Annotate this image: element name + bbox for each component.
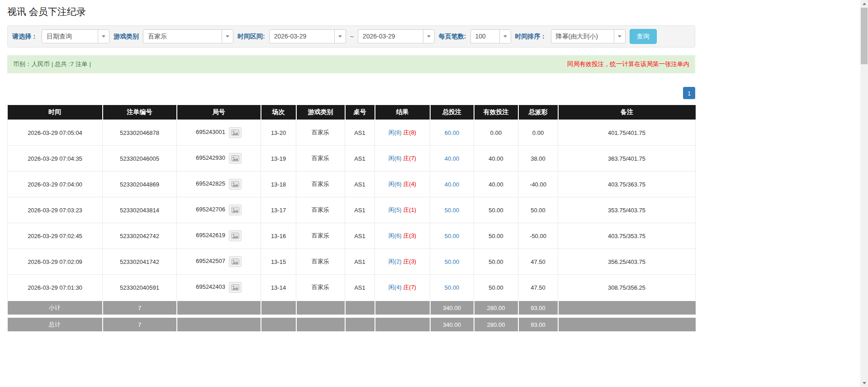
result-banker: 庄(7) (403, 155, 416, 162)
cell-round-no: 695242507 (177, 249, 261, 275)
query-mode-select[interactable]: 日期查询 (42, 29, 109, 43)
subtotal-row: 小计7340.00280.0093.00 (8, 301, 696, 315)
game-type-select[interactable]: 百家乐 (143, 29, 233, 43)
media-icon (231, 258, 239, 265)
summary-empty (296, 317, 345, 331)
chevron-down-icon (222, 30, 233, 43)
scrollbar-thumb[interactable] (861, 8, 868, 64)
page-size-label: 每页笔数: (439, 33, 466, 41)
scroll-up-button[interactable] (860, 0, 868, 8)
cell-time: 2026-03-29 07:02:45 (8, 223, 103, 249)
summary-label: 小计 (8, 301, 103, 315)
cell-note: 403.75/353.75 (558, 223, 696, 249)
cell-table-no: AS1 (345, 249, 375, 275)
table-row: 2026-03-29 07:05:04523302046878695243001… (8, 120, 696, 146)
tilde-separator: ~ (350, 33, 354, 40)
summary-payout: 93.00 (518, 317, 558, 331)
sort-order-select[interactable]: 降幂(由大到小) (551, 29, 626, 43)
result-player: 闲(8) (389, 129, 402, 136)
chevron-down-icon (614, 30, 625, 43)
cell-bet-no: 523302040591 (103, 275, 177, 301)
cell-session: 13-17 (261, 197, 296, 223)
search-button[interactable]: 查询 (630, 29, 657, 44)
total-bet-link[interactable]: 50.00 (445, 233, 460, 239)
round-media-button[interactable] (229, 179, 242, 190)
result-banker: 庄(7) (403, 284, 416, 291)
page-size-select[interactable]: 100 (470, 29, 511, 43)
cell-note: 363.75/401.75 (558, 146, 696, 172)
cell-game-type: 百家乐 (296, 197, 345, 223)
total-bet-link[interactable]: 50.00 (445, 284, 460, 291)
round-media-button[interactable] (229, 127, 242, 138)
col-table-no: 桌号 (345, 105, 375, 120)
media-icon (231, 129, 239, 136)
summary-empty (261, 317, 296, 331)
cell-session: 13-15 (261, 249, 296, 275)
media-icon (231, 233, 239, 239)
game-type-label: 游戏类别 (114, 33, 139, 41)
cell-table-no: AS1 (345, 275, 375, 301)
result-banker: 庄(3) (403, 258, 416, 265)
cell-valid-bet: 0.00 (474, 120, 518, 146)
cell-round-no: 695243001 (177, 120, 261, 146)
cell-note: 308.75/356.25 (558, 275, 696, 301)
cell-round-no: 695242403 (177, 275, 261, 301)
cell-time: 2026-03-29 07:01:30 (8, 275, 103, 301)
date-from-select[interactable]: 2026-03-29 (269, 29, 346, 43)
col-game-type: 游戏类别 (296, 105, 345, 120)
cell-result: 闲(4) 庄(7) (375, 275, 430, 301)
summary-empty (177, 317, 261, 331)
round-media-button[interactable] (229, 153, 242, 164)
cell-valid-bet: 50.00 (474, 197, 518, 223)
round-media-button[interactable] (229, 256, 242, 267)
summary-payout: 93.00 (518, 301, 558, 315)
total-bet-link[interactable]: 40.00 (445, 155, 460, 162)
cell-total-bet: 60.00 (430, 120, 474, 146)
cell-game-type: 百家乐 (296, 223, 345, 249)
cell-game-type: 百家乐 (296, 275, 345, 301)
cell-total-bet: 40.00 (430, 172, 474, 197)
cell-note: 353.75/403.75 (558, 197, 696, 223)
sort-order-value: 降幂(由大到小) (551, 30, 614, 43)
cell-result: 闲(6) 庄(7) (375, 146, 430, 172)
col-valid-bet: 有效投注 (474, 105, 518, 120)
date-to-select[interactable]: 2026-03-29 (358, 29, 435, 43)
cell-payout: 47.50 (518, 249, 558, 275)
round-no-value: 695242825 (196, 180, 225, 187)
total-bet-link[interactable]: 60.00 (445, 129, 460, 136)
table-row: 2026-03-29 07:02:45523302042742695242619… (8, 223, 696, 249)
table-row: 2026-03-29 07:03:23523302043814695242706… (8, 197, 696, 223)
cell-result: 闲(6) 庄(3) (375, 223, 430, 249)
cell-game-type: 百家乐 (296, 120, 345, 146)
round-media-button[interactable] (229, 205, 242, 215)
cell-table-no: AS1 (345, 146, 375, 172)
media-icon (231, 207, 239, 213)
summary-empty (345, 317, 375, 331)
chevron-down-icon (334, 30, 346, 43)
total-bet-link[interactable]: 40.00 (445, 181, 460, 188)
date-from-value: 2026-03-29 (270, 30, 334, 43)
col-session: 场次 (261, 105, 296, 120)
page-size-value: 100 (471, 30, 499, 43)
round-no-value: 695242706 (196, 206, 225, 213)
round-media-button[interactable] (229, 230, 242, 241)
summary-valid-bet: 280.00 (474, 317, 518, 331)
result-player: 闲(6) (389, 181, 402, 187)
total-bet-link[interactable]: 50.00 (445, 207, 460, 214)
cell-payout: 50.00 (518, 197, 558, 223)
table-row: 2026-03-29 07:04:35523302046005695242930… (8, 146, 696, 172)
chevron-down-icon (499, 30, 511, 43)
cell-bet-no: 523302042742 (103, 223, 177, 249)
round-media-button[interactable] (229, 282, 242, 293)
sort-order-label: 时间排序： (515, 33, 547, 41)
total-bet-link[interactable]: 50.00 (445, 258, 460, 265)
page-button-1[interactable]: 1 (683, 87, 695, 99)
cell-total-bet: 50.00 (430, 197, 474, 223)
scroll-down-button[interactable] (860, 379, 868, 387)
cell-valid-bet: 50.00 (474, 275, 518, 301)
cell-session: 13-16 (261, 223, 296, 249)
cell-bet-no: 523302046005 (103, 146, 177, 172)
round-no-value: 695242507 (196, 258, 225, 264)
cell-valid-bet: 40.00 (474, 172, 518, 197)
cell-valid-bet: 50.00 (474, 223, 518, 249)
